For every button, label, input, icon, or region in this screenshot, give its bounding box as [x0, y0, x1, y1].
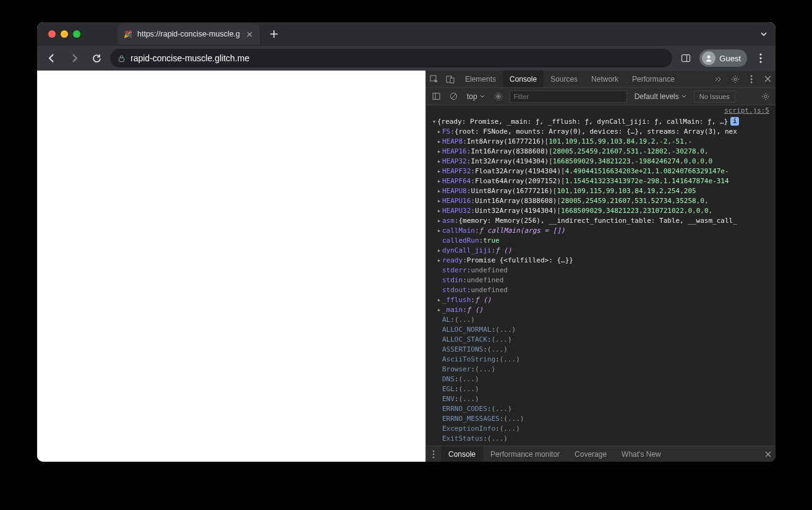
expand-toggle[interactable] — [431, 117, 437, 127]
expand-toggle[interactable] — [436, 256, 442, 266]
expand-toggle[interactable] — [436, 196, 442, 206]
property-key: HEAPU32 — [442, 206, 471, 216]
drawer-tab-performance-monitor[interactable]: Performance monitor — [483, 446, 567, 462]
page-viewport[interactable] — [37, 71, 425, 462]
devtools-more-tabs-button[interactable] — [711, 71, 727, 87]
console-property-row[interactable]: stdout: undefined — [431, 285, 776, 295]
expand-toggle[interactable] — [436, 295, 442, 305]
property-key: ExceptionInfo — [442, 424, 495, 434]
expand-toggle[interactable] — [436, 206, 442, 216]
svg-rect-0 — [119, 58, 124, 61]
maximize-window-button[interactable] — [73, 30, 80, 38]
clear-console-button[interactable] — [447, 88, 459, 105]
console-property-row[interactable]: stderr: undefined — [431, 266, 776, 275]
console-property-row[interactable]: HEAPU32: Uint32Array(4194304) [166850902… — [431, 206, 776, 216]
issues-button[interactable]: No Issues — [694, 90, 735, 103]
expand-toggle[interactable] — [436, 246, 442, 256]
console-property-row[interactable]: dynCall_jiji: ƒ () — [431, 246, 776, 256]
console-property-row[interactable]: HEAPU8: Uint8Array(16777216) [101, 109, … — [431, 186, 776, 196]
console-toolbar: top Default levels No Issues — [426, 88, 776, 105]
reload-button[interactable] — [88, 50, 105, 67]
devtools-settings-button[interactable] — [727, 71, 743, 87]
console-property-row[interactable]: ERRNO_MESSAGES: (...) — [431, 414, 776, 424]
close-window-button[interactable] — [48, 30, 56, 38]
new-tab-button[interactable] — [266, 26, 282, 42]
forward-button[interactable] — [66, 50, 83, 67]
drawer-menu-button[interactable] — [426, 446, 441, 462]
console-property-row[interactable]: ALLOC_NORMAL: (...) — [431, 325, 776, 335]
expand-toggle[interactable] — [436, 137, 442, 147]
console-property-row[interactable]: asm: {memory: Memory(256), __indirect_fu… — [431, 216, 776, 226]
expand-toggle[interactable] — [436, 305, 442, 315]
property-key: AL — [442, 315, 450, 325]
console-property-row[interactable]: ALLOC_STACK: (...) — [431, 335, 776, 345]
console-output[interactable]: {ready: Promise, _main: ƒ, _fflush: ƒ, d… — [426, 116, 776, 446]
devtools-menu-button[interactable] — [743, 71, 759, 87]
expand-toggle[interactable] — [436, 157, 442, 166]
expand-toggle[interactable] — [436, 127, 442, 137]
console-filter-input[interactable] — [510, 90, 627, 103]
info-icon[interactable]: i — [730, 117, 739, 126]
log-levels-selector[interactable]: Default levels — [632, 92, 689, 101]
device-toolbar-button[interactable] — [442, 71, 458, 87]
console-property-row[interactable]: HEAP8: Int8Array(16777216) [101, 109, 11… — [431, 137, 776, 147]
source-link[interactable]: script.js:5 — [426, 105, 776, 116]
url-input[interactable]: rapid-concise-muscle.glitch.me — [110, 49, 672, 67]
console-property-row[interactable]: AL: (...) — [431, 315, 776, 325]
console-property-row[interactable]: ERRNO_CODES: (...) — [431, 404, 776, 414]
property-key: ENV — [442, 394, 455, 404]
devtools-tab-console[interactable]: Console — [503, 71, 544, 87]
tabs-overflow-button[interactable] — [759, 30, 768, 38]
console-property-row[interactable]: callMain: ƒ callMain(args = []) — [431, 226, 776, 236]
console-property-row[interactable]: AsciiToString: (...) — [431, 355, 776, 365]
drawer-close-button[interactable] — [761, 446, 776, 462]
console-property-row[interactable]: ExceptionInfo: (...) — [431, 424, 776, 434]
console-property-row[interactable]: _fflush: ƒ () — [431, 295, 776, 305]
inspect-element-button[interactable] — [426, 71, 442, 87]
expand-toggle[interactable] — [436, 147, 442, 157]
browser-tab[interactable]: 🎉 https://rapid-concise-muscle.g — [118, 24, 260, 45]
console-settings-button[interactable] — [759, 88, 772, 105]
console-property-row[interactable]: EGL: (...) — [431, 384, 776, 394]
expand-toggle[interactable] — [436, 176, 442, 186]
expand-toggle[interactable] — [436, 186, 442, 196]
svg-point-11 — [751, 75, 753, 77]
expand-toggle[interactable] — [436, 226, 442, 236]
console-property-row[interactable]: HEAPU16: Uint16Array(8388608) [28005, 25… — [431, 196, 776, 206]
console-property-row[interactable]: HEAPF64: Float64Array(2097152) [1.154541… — [431, 176, 776, 186]
minimize-window-button[interactable] — [61, 30, 68, 38]
svg-point-10 — [734, 78, 737, 80]
drawer-tab-console[interactable]: Console — [441, 446, 483, 462]
console-property-row[interactable]: ASSERTIONS: (...) — [431, 345, 776, 355]
console-object-summary[interactable]: {ready: Promise, _main: ƒ, _fflush: ƒ, d… — [431, 117, 776, 127]
devtools-tab-network[interactable]: Network — [584, 71, 625, 87]
console-property-row[interactable]: ready: Promise {<fulfilled>: {…}} — [431, 256, 776, 266]
console-property-row[interactable]: HEAP16: Int16Array(8388608) [28005, 2545… — [431, 147, 776, 157]
context-selector[interactable]: top — [464, 92, 487, 101]
console-property-row[interactable]: FS: {root: FSNode, mounts: Array(0), dev… — [431, 127, 776, 137]
back-button[interactable] — [43, 50, 61, 67]
console-property-row[interactable]: ENV: (...) — [431, 394, 776, 404]
console-property-row[interactable]: DNS: (...) — [431, 374, 776, 384]
browser-menu-button[interactable] — [752, 50, 769, 67]
console-property-row[interactable]: stdin: undefined — [431, 275, 776, 285]
devtools-tab-performance[interactable]: Performance — [625, 71, 682, 87]
drawer-tab-what-s-new[interactable]: What's New — [614, 446, 669, 462]
console-property-row[interactable]: HEAP32: Int32Array(4194304) [1668509029,… — [431, 157, 776, 166]
console-property-row[interactable]: HEAPF32: Float32Array(4194304) [4.490441… — [431, 166, 776, 176]
profile-button[interactable]: Guest — [699, 50, 747, 67]
side-panel-button[interactable] — [677, 50, 694, 67]
drawer-tab-coverage[interactable]: Coverage — [567, 446, 614, 462]
expand-toggle[interactable] — [436, 166, 442, 176]
close-tab-button[interactable] — [245, 30, 254, 38]
console-property-row[interactable]: ExitStatus: (...) — [431, 434, 776, 444]
devtools-tab-elements[interactable]: Elements — [458, 71, 503, 87]
console-property-row[interactable]: _main: ƒ () — [431, 305, 776, 315]
devtools-tab-sources[interactable]: Sources — [544, 71, 584, 87]
console-sidebar-toggle[interactable] — [430, 88, 442, 105]
console-property-row[interactable]: calledRun: true — [431, 236, 776, 246]
expand-toggle[interactable] — [436, 216, 442, 226]
live-expression-button[interactable] — [492, 88, 505, 105]
devtools-close-button[interactable] — [759, 71, 776, 87]
console-property-row[interactable]: Browser: (...) — [431, 365, 776, 374]
